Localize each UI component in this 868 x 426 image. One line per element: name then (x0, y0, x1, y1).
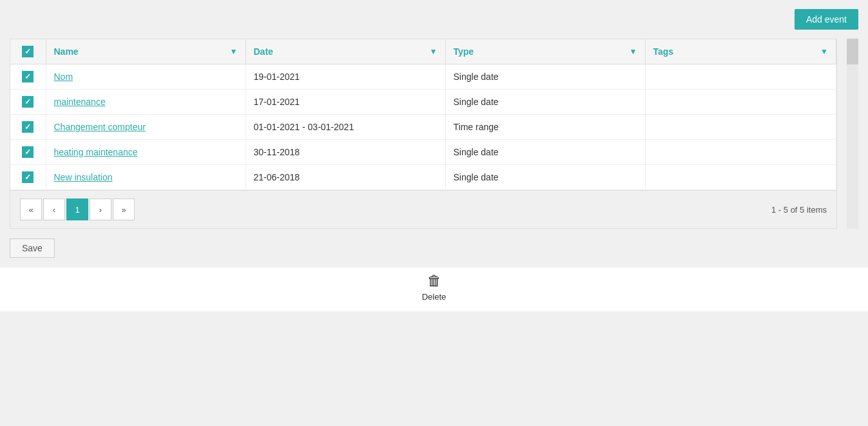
table-row: Nom19-01-2021Single date (10, 64, 836, 90)
pagination-controls: « ‹ 1 › » (20, 198, 135, 220)
row-date-cell: 17-01-2021 (246, 90, 445, 115)
header-date-label: Date (254, 46, 273, 57)
row-tags-cell (645, 140, 836, 165)
scrollbar-thumb[interactable] (847, 39, 858, 64)
row-tags-cell (645, 64, 836, 90)
row-0-name-link[interactable]: Nom (54, 72, 73, 82)
table-container: Name ▼ Date ▼ Type (10, 39, 837, 191)
row-checkbox-cell (10, 165, 46, 190)
delete-section: 🗑 Delete (0, 267, 868, 311)
row-date-cell: 19-01-2021 (246, 64, 445, 90)
type-filter-icon[interactable]: ▼ (630, 47, 637, 56)
row-date-cell: 30-11-2018 (246, 140, 445, 165)
row-type-cell: Single date (445, 64, 645, 90)
table-row: New insulation21-06-2018Single date (10, 165, 836, 190)
row-name-cell: heating maintenance (46, 140, 246, 165)
header-name-label: Name (54, 46, 79, 57)
date-filter-icon[interactable]: ▼ (430, 47, 438, 56)
row-name-cell: New insulation (46, 165, 246, 190)
row-1-checkbox[interactable] (22, 96, 34, 108)
header-name-col: Name ▼ (46, 39, 246, 64)
table-area: Name ▼ Date ▼ Type (0, 39, 868, 229)
top-bar: Add event (0, 0, 868, 39)
scrollbar-track[interactable] (847, 39, 858, 229)
name-filter-icon[interactable]: ▼ (230, 47, 238, 56)
header-type-col: Type ▼ (445, 39, 645, 64)
row-type-cell: Single date (445, 165, 645, 190)
last-page-button[interactable]: » (113, 198, 135, 220)
table-body: Nom19-01-2021Single datemaintenance17-01… (10, 64, 836, 190)
row-2-checkbox[interactable] (22, 121, 34, 133)
row-0-checkbox[interactable] (22, 71, 34, 82)
pagination-bar: « ‹ 1 › » 1 - 5 of 5 items (10, 191, 837, 229)
prev-page-button[interactable]: ‹ (43, 198, 65, 220)
delete-icon[interactable]: 🗑 (427, 273, 441, 289)
table-row: heating maintenance30-11-2018Single date (10, 140, 836, 165)
row-3-name-link[interactable]: heating maintenance (54, 147, 138, 157)
row-date-cell: 21-06-2018 (246, 165, 445, 190)
table-row: Changement compteur01-01-2021 - 03-01-20… (10, 115, 836, 140)
row-1-name-link[interactable]: maintenance (54, 97, 106, 107)
row-checkbox-cell (10, 64, 46, 90)
header-checkbox-col (10, 39, 46, 64)
row-4-name-link[interactable]: New insulation (54, 172, 113, 182)
header-type-label: Type (454, 46, 474, 57)
add-event-button[interactable]: Add event (795, 9, 858, 30)
bottom-bar: Save (0, 229, 868, 267)
table-row: maintenance17-01-2021Single date (10, 90, 836, 115)
row-checkbox-cell (10, 115, 46, 140)
first-page-button[interactable]: « (20, 198, 42, 220)
save-button[interactable]: Save (10, 238, 55, 258)
row-2-name-link[interactable]: Changement compteur (54, 122, 146, 132)
row-type-cell: Single date (445, 140, 645, 165)
page-1-button[interactable]: 1 (66, 198, 88, 220)
row-checkbox-cell (10, 140, 46, 165)
table-header-row: Name ▼ Date ▼ Type (10, 39, 836, 64)
row-tags-cell (645, 90, 836, 115)
events-table: Name ▼ Date ▼ Type (10, 39, 836, 190)
select-all-checkbox[interactable] (22, 46, 34, 57)
row-name-cell: Changement compteur (46, 115, 246, 140)
row-name-cell: maintenance (46, 90, 246, 115)
row-type-cell: Single date (445, 90, 645, 115)
row-tags-cell (645, 165, 836, 190)
row-4-checkbox[interactable] (22, 171, 34, 183)
row-tags-cell (645, 115, 836, 140)
page-info: 1 - 5 of 5 items (771, 205, 827, 215)
table-main: Name ▼ Date ▼ Type (0, 39, 847, 229)
row-name-cell: Nom (46, 64, 246, 90)
header-tags-col: Tags ▼ (645, 39, 836, 64)
next-page-button[interactable]: › (90, 198, 111, 220)
row-3-checkbox[interactable] (22, 146, 34, 158)
row-date-cell: 01-01-2021 - 03-01-2021 (246, 115, 445, 140)
row-checkbox-cell (10, 90, 46, 115)
header-tags-label: Tags (653, 46, 674, 57)
tags-filter-icon[interactable]: ▼ (820, 47, 828, 56)
header-date-col: Date ▼ (246, 39, 445, 64)
delete-label: Delete (422, 292, 447, 302)
row-type-cell: Time range (445, 115, 645, 140)
